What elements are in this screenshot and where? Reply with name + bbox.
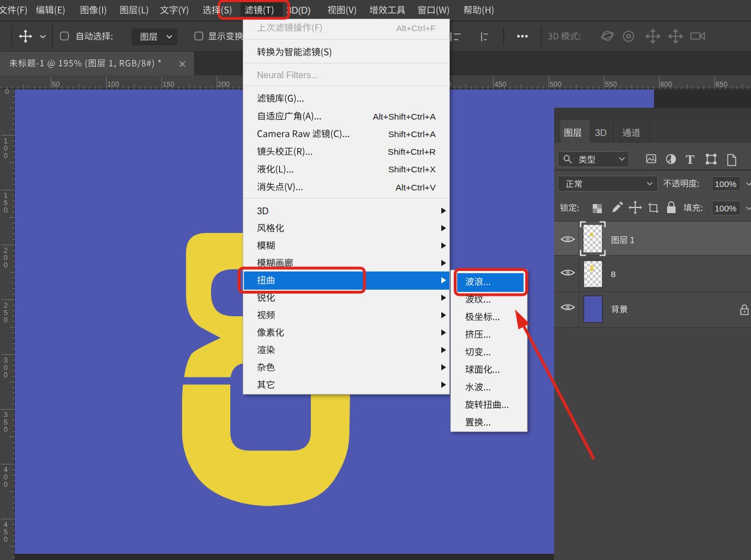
svg-text:Alt+Ctrl+V: Alt+Ctrl+V	[395, 183, 436, 192]
svg-text:Alt+Shift+Ctrl+A: Alt+Shift+Ctrl+A	[373, 112, 436, 121]
svg-text:3D: 3D	[595, 128, 606, 138]
svg-text:Shift+Ctrl+X: Shift+Ctrl+X	[388, 164, 436, 174]
svg-text:3D: 3D	[257, 206, 268, 216]
svg-text:100%: 100%	[715, 179, 736, 189]
svg-text:Shift+Ctrl+R: Shift+Ctrl+R	[388, 147, 436, 156]
svg-text:100%: 100%	[715, 203, 736, 213]
svg-text:Neural Filters...: Neural Filters...	[257, 70, 318, 80]
svg-text:Alt+Ctrl+F: Alt+Ctrl+F	[396, 23, 436, 33]
svg-text:T: T	[686, 152, 694, 167]
svg-text:8: 8	[611, 269, 615, 279]
svg-text:3D(D): 3D(D)	[286, 6, 311, 15]
svg-text:Shift+Ctrl+A: Shift+Ctrl+A	[388, 129, 436, 139]
